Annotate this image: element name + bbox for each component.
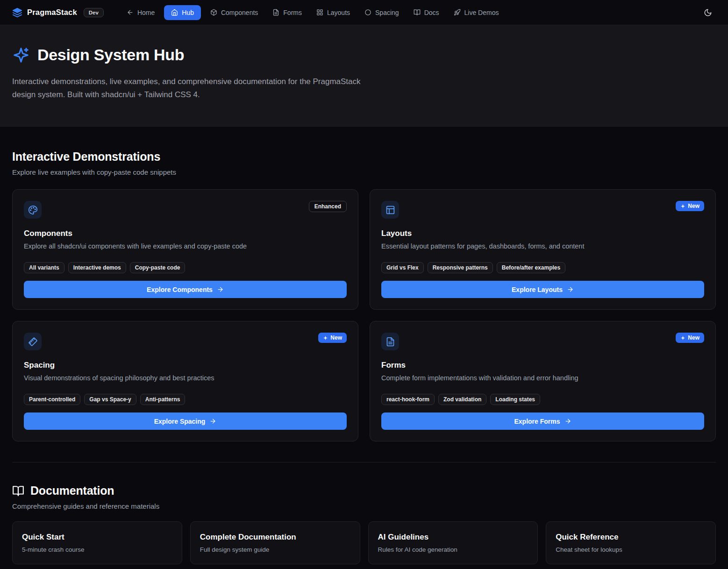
demo-card-forms: New Forms Complete form implementations … <box>370 321 716 441</box>
nav-item-layouts[interactable]: Layouts <box>311 5 355 20</box>
section-divider <box>12 462 716 462</box>
doc-card-title: Quick Start <box>22 533 172 542</box>
demo-card-spacing: New Spacing Visual demonstrations of spa… <box>12 321 358 441</box>
tag: Grid vs Flex <box>381 262 424 273</box>
page-description: Interactive demonstrations, live example… <box>12 75 365 101</box>
badge-label: New <box>688 334 699 341</box>
nav-item-label: Home <box>137 9 155 16</box>
nav-item-forms[interactable]: Forms <box>267 5 307 20</box>
layout-icon <box>381 201 399 219</box>
demo-card-layouts: New Layouts Essential layout patterns fo… <box>370 189 716 310</box>
moon-icon <box>704 8 712 17</box>
tag: Copy-paste code <box>130 262 186 273</box>
arrow-right-icon <box>567 286 574 293</box>
doc-card-description: Rules for AI code generation <box>378 546 528 553</box>
sparkle-icon <box>680 204 685 209</box>
tag: Parent-controlled <box>24 394 80 405</box>
nav-item-spacing[interactable]: Spacing <box>359 5 404 20</box>
doc-card-quick-start[interactable]: Quick Start 5-minute crash course <box>12 521 182 564</box>
cta-label: Explore Layouts <box>512 286 563 293</box>
tag: Before/after examples <box>497 262 565 273</box>
new-badge: New <box>676 333 704 343</box>
documentation-subheading: Comprehensive guides and reference mater… <box>12 502 716 510</box>
explore-layouts-button[interactable]: Explore Layouts <box>381 281 704 298</box>
doc-card-description: 5-minute crash course <box>22 546 172 553</box>
top-nav: PragmaStack Dev Home Hub Components Form… <box>0 0 728 25</box>
arrow-right-icon <box>209 418 216 425</box>
sparkle-icon <box>323 335 328 341</box>
card-description: Visual demonstrations of spacing philoso… <box>24 374 347 382</box>
brand[interactable]: PragmaStack Dev <box>12 7 104 18</box>
tag-row: Grid vs Flex Responsive patterns Before/… <box>381 262 704 273</box>
box-icon <box>210 9 217 16</box>
tag: react-hook-form <box>381 394 435 405</box>
demo-card-grid: Enhanced Components Explore all shadcn/u… <box>12 189 716 441</box>
doc-card-quick-reference[interactable]: Quick Reference Cheat sheet for lookups <box>546 521 716 564</box>
doc-card-grid: Quick Start 5-minute crash course Comple… <box>12 521 716 564</box>
main-content: Interactive Demonstrations Explore live … <box>0 127 728 569</box>
nav-item-label: Forms <box>283 9 302 16</box>
arrow-right-icon <box>564 418 571 425</box>
arrow-left-icon <box>127 9 134 16</box>
documentation-heading: Documentation <box>30 484 114 498</box>
nav-item-label: Docs <box>424 9 439 16</box>
demos-heading: Interactive Demonstrations <box>12 150 716 164</box>
explore-forms-button[interactable]: Explore Forms <box>381 413 704 430</box>
rocket-icon <box>454 9 461 16</box>
page-title: Design System Hub <box>37 46 184 64</box>
cta-label: Explore Spacing <box>154 418 206 425</box>
nav-item-label: Layouts <box>327 9 350 16</box>
card-description: Complete form implementations with valid… <box>381 374 704 382</box>
doc-card-description: Full design system guide <box>200 546 350 553</box>
cta-label: Explore Components <box>147 286 213 293</box>
book-open-icon <box>12 485 24 497</box>
explore-components-button[interactable]: Explore Components <box>24 281 347 298</box>
nav-item-hub[interactable]: Hub <box>164 5 201 20</box>
doc-card-title: Quick Reference <box>556 533 706 542</box>
arrow-right-icon <box>217 286 224 293</box>
nav-item-docs[interactable]: Docs <box>408 5 444 20</box>
doc-card-ai-guidelines[interactable]: AI Guidelines Rules for AI code generati… <box>368 521 538 564</box>
card-title: Components <box>24 229 347 238</box>
new-badge: New <box>676 201 704 211</box>
tag: All variants <box>24 262 64 273</box>
palette-icon <box>24 201 42 219</box>
doc-card-title: Complete Documentation <box>200 533 350 542</box>
layout-grid-icon <box>316 9 323 16</box>
tag-row: Parent-controlled Gap vs Space-y Anti-pa… <box>24 394 347 405</box>
book-open-icon <box>414 9 421 16</box>
tag-row: react-hook-form Zod validation Loading s… <box>381 394 704 405</box>
nav-item-label: Hub <box>182 9 194 16</box>
doc-card-complete-documentation[interactable]: Complete Documentation Full design syste… <box>190 521 360 564</box>
new-badge: New <box>318 333 347 343</box>
nav-menu: Home Hub Components Forms Layouts Spacin… <box>121 5 504 20</box>
nav-item-label: Components <box>221 9 258 16</box>
nav-item-label: Live Demos <box>464 9 499 16</box>
card-title: Layouts <box>381 229 704 238</box>
file-text-icon <box>272 9 279 16</box>
theme-toggle-button[interactable] <box>700 5 716 21</box>
card-description: Explore all shadcn/ui components with li… <box>24 242 347 250</box>
tag: Anti-patterns <box>140 394 186 405</box>
nav-item-label: Spacing <box>375 9 399 16</box>
tag: Loading states <box>490 394 540 405</box>
enhanced-badge: Enhanced <box>309 201 347 212</box>
nav-item-components[interactable]: Components <box>205 5 263 20</box>
tag: Interactive demos <box>68 262 126 273</box>
doc-card-title: AI Guidelines <box>378 533 528 542</box>
badge-label: New <box>330 334 342 341</box>
layers-logo-icon <box>12 7 22 18</box>
sparkle-icon <box>680 335 685 341</box>
documentation-section: Documentation Comprehensive guides and r… <box>12 484 716 564</box>
demo-card-components: Enhanced Components Explore all shadcn/u… <box>12 189 358 310</box>
nav-item-live-demos[interactable]: Live Demos <box>449 5 504 20</box>
tag: Gap vs Space-y <box>84 394 136 405</box>
nav-item-home[interactable]: Home <box>121 5 160 20</box>
tag: Zod validation <box>438 394 486 405</box>
card-title: Spacing <box>24 361 347 370</box>
demos-subheading: Explore live examples with copy-paste co… <box>12 168 716 176</box>
brand-name: PragmaStack <box>27 8 77 17</box>
tag: Responsive patterns <box>428 262 493 273</box>
doc-card-description: Cheat sheet for lookups <box>556 546 706 553</box>
explore-spacing-button[interactable]: Explore Spacing <box>24 413 347 430</box>
